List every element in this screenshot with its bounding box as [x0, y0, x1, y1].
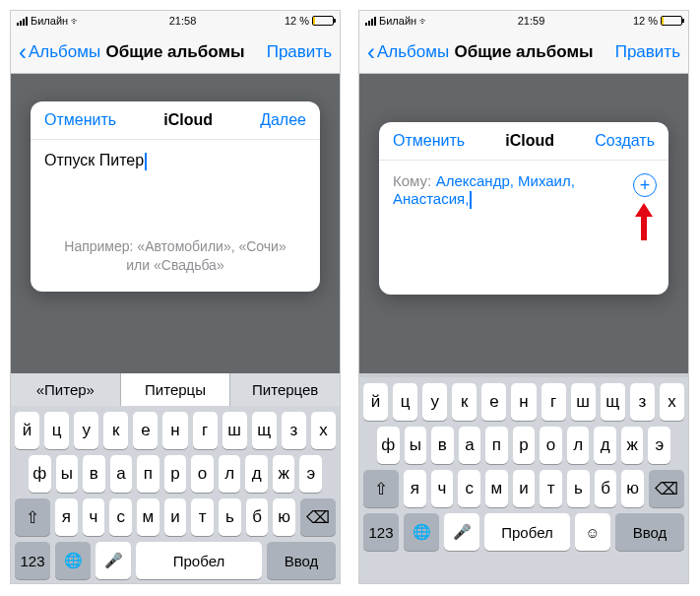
key-с[interactable]: с [109, 498, 132, 536]
key-ю[interactable]: ю [273, 498, 295, 536]
key-к[interactable]: к [452, 383, 477, 421]
key-ш[interactable]: ш [571, 383, 596, 421]
key-ь[interactable]: ь [219, 498, 241, 536]
delete-key[interactable]: ⌫ [649, 470, 684, 507]
key-ф[interactable]: ф [29, 455, 51, 493]
key-т[interactable]: т [191, 498, 214, 536]
delete-key[interactable]: ⌫ [300, 498, 336, 536]
key-а[interactable]: а [110, 455, 133, 493]
space-key[interactable]: Пробел [484, 513, 570, 551]
key-ч[interactable]: ч [83, 498, 105, 536]
globe-key[interactable]: 🌐 [404, 513, 439, 551]
battery-icon [312, 16, 334, 26]
clock-label: 21:58 [169, 15, 197, 27]
key-а[interactable]: а [459, 427, 481, 464]
key-ю[interactable]: ю [621, 470, 644, 507]
modal-title: iCloud [163, 111, 213, 129]
modal-title: iCloud [505, 132, 554, 150]
cancel-button[interactable]: Отменить [393, 132, 465, 150]
key-т[interactable]: т [540, 470, 562, 507]
key-и[interactable]: и [513, 470, 536, 507]
edit-button[interactable]: Править [615, 42, 680, 62]
key-д[interactable]: д [245, 455, 268, 493]
phone-left: Билайн ᯤ 21:58 12 % ‹ Альбомы Общие альб… [10, 10, 341, 584]
key-п[interactable]: п [137, 455, 159, 493]
key-и[interactable]: и [164, 498, 187, 536]
key-щ[interactable]: щ [252, 412, 277, 449]
edit-button[interactable]: Править [267, 42, 332, 62]
key-с[interactable]: с [458, 470, 480, 507]
key-м[interactable]: м [137, 498, 159, 536]
shift-key[interactable]: ⇧ [15, 498, 50, 536]
album-name-input[interactable]: Отпуск Питер [31, 140, 320, 182]
numbers-key[interactable]: 123 [15, 542, 50, 579]
key-г[interactable]: г [541, 383, 566, 421]
key-л[interactable]: л [219, 455, 241, 493]
key-к[interactable]: к [103, 412, 128, 449]
wifi-icon: ᯤ [71, 16, 81, 27]
key-е[interactable]: е [481, 383, 506, 421]
back-button[interactable]: ‹ Альбомы [19, 40, 100, 64]
key-г[interactable]: г [193, 412, 218, 449]
key-э[interactable]: э [648, 427, 670, 464]
create-button[interactable]: Создать [595, 132, 655, 150]
enter-key[interactable]: Ввод [615, 513, 684, 551]
key-ц[interactable]: ц [393, 383, 417, 421]
key-ч[interactable]: ч [431, 470, 454, 507]
mic-key[interactable]: 🎤 [95, 542, 131, 579]
enter-key[interactable]: Ввод [267, 542, 336, 579]
key-р[interactable]: р [513, 427, 536, 464]
key-о[interactable]: о [540, 427, 562, 464]
key-ш[interactable]: ш [223, 412, 247, 449]
key-ы[interactable]: ы [405, 427, 427, 464]
key-в[interactable]: в [431, 427, 454, 464]
carrier-label: Билайн [31, 15, 68, 27]
key-я[interactable]: я [55, 498, 78, 536]
key-я[interactable]: я [404, 470, 426, 507]
cancel-button[interactable]: Отменить [44, 111, 116, 129]
key-ц[interactable]: ц [44, 412, 69, 449]
suggestion[interactable]: «Питер» [11, 373, 121, 406]
key-е[interactable]: е [133, 412, 158, 449]
key-ь[interactable]: ь [567, 470, 590, 507]
key-щ[interactable]: щ [601, 383, 625, 421]
key-х[interactable]: х [660, 383, 684, 421]
key-р[interactable]: р [164, 455, 187, 493]
key-в[interactable]: в [83, 455, 105, 493]
back-button[interactable]: ‹ Альбомы [367, 40, 449, 64]
numbers-key[interactable]: 123 [363, 513, 399, 551]
key-б[interactable]: б [595, 470, 617, 507]
key-ж[interactable]: ж [621, 427, 644, 464]
key-э[interactable]: э [299, 455, 322, 493]
key-ф[interactable]: ф [377, 427, 400, 464]
suggestion[interactable]: Питерцы [121, 373, 231, 406]
key-й[interactable]: й [363, 383, 388, 421]
key-з[interactable]: з [282, 412, 306, 449]
key-з[interactable]: з [630, 383, 655, 421]
key-у[interactable]: у [422, 383, 447, 421]
globe-key[interactable]: 🌐 [55, 542, 91, 579]
key-й[interactable]: й [15, 412, 39, 449]
key-о[interactable]: о [191, 455, 214, 493]
shift-key[interactable]: ⇧ [363, 470, 399, 507]
key-д[interactable]: д [594, 427, 616, 464]
next-button[interactable]: Далее [260, 111, 306, 129]
emoji-key[interactable]: ☺ [575, 513, 610, 551]
key-м[interactable]: м [485, 470, 508, 507]
key-ы[interactable]: ы [56, 455, 79, 493]
key-н[interactable]: н [162, 412, 187, 449]
key-ж[interactable]: ж [273, 455, 295, 493]
key-х[interactable]: х [311, 412, 336, 449]
recipients-input[interactable]: Кому: Александр, Михаил, Анастасия, [379, 161, 668, 221]
key-б[interactable]: б [246, 498, 269, 536]
key-н[interactable]: н [511, 383, 536, 421]
phone-right: Билайн ᯤ 21:59 12 % ‹ Альбомы Общие альб… [358, 10, 689, 584]
space-key[interactable]: Пробел [136, 542, 262, 579]
suggestion[interactable]: Питерцев [230, 373, 340, 406]
key-у[interactable]: у [74, 412, 98, 449]
mic-key[interactable]: 🎤 [444, 513, 479, 551]
key-п[interactable]: п [485, 427, 508, 464]
add-contact-button[interactable]: + [633, 173, 657, 197]
text-cursor [145, 153, 147, 170]
key-л[interactable]: л [567, 427, 590, 464]
